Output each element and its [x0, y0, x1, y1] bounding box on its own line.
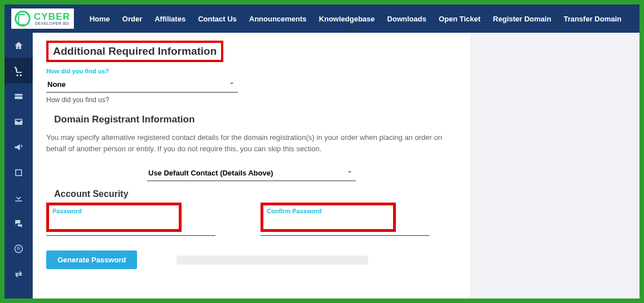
registrant-contact-select[interactable]: Use Default Contact (Details Above) — [147, 165, 356, 181]
howfind-select[interactable]: None — [46, 77, 238, 93]
sidebar-cart-icon[interactable] — [5, 58, 33, 84]
sidebar-mail-icon[interactable] — [5, 109, 33, 134]
password-label: Password — [52, 208, 175, 214]
nav-contact[interactable]: Contact Us — [198, 15, 237, 23]
security-title: Account Security — [54, 189, 457, 199]
sidebar-transfer-icon[interactable] — [5, 261, 33, 287]
sidebar-billing-icon[interactable] — [5, 84, 33, 109]
sidebar-registered-icon[interactable]: R — [5, 236, 33, 261]
sidebar-download-icon[interactable] — [5, 185, 33, 210]
logo-icon — [15, 11, 30, 27]
registrant-title: Domain Registrant Information — [54, 114, 457, 125]
generate-password-button[interactable]: Generate Password — [46, 251, 137, 269]
section-title: Additional Required Information — [46, 41, 223, 62]
nav-announcements[interactable]: Announcements — [249, 15, 307, 23]
logo-brand: CYBER — [34, 12, 70, 21]
right-sidebar — [470, 33, 639, 298]
confirm-password-box: Confirm Password — [261, 203, 396, 232]
registrant-desc: You may specify alternative registered c… — [46, 132, 457, 154]
password-box: Password — [46, 203, 182, 232]
nav-open-ticket[interactable]: Open Ticket — [439, 15, 480, 23]
nav-affiliates[interactable]: Affiliates — [155, 15, 186, 23]
nav-transfer-domain[interactable]: Transfer Domain — [563, 15, 621, 23]
password-strength-bar — [177, 256, 368, 265]
sidebar-chat-icon[interactable] — [5, 210, 33, 236]
main-content: Additional Required Information How did … — [33, 33, 470, 298]
nav-downloads[interactable]: Downloads — [387, 15, 426, 23]
sidebar-announce-icon[interactable] — [5, 134, 33, 160]
top-navigation: CYBER DEVELOPER BD Home Order Affiliates… — [5, 5, 639, 33]
sidebar-home-icon[interactable] — [5, 33, 33, 58]
nav-home[interactable]: Home — [90, 15, 110, 23]
logo-subtitle: DEVELOPER BD — [34, 21, 70, 26]
nav-links: Home Order Affiliates Contact Us Announc… — [90, 15, 621, 23]
howfind-helper: How did you find us? — [46, 96, 457, 104]
confirm-password-label: Confirm Password — [267, 208, 390, 214]
svg-text:R: R — [17, 247, 20, 252]
sidebar-book-icon[interactable] — [5, 160, 33, 185]
howfind-label: How did you find us? — [46, 68, 457, 74]
sidebar: R — [5, 33, 33, 298]
nav-knowledgebase[interactable]: Knowledgebase — [319, 15, 375, 23]
confirm-password-input[interactable] — [267, 217, 390, 225]
nav-register-domain[interactable]: Register Domain — [493, 15, 551, 23]
nav-order[interactable]: Order — [122, 15, 142, 23]
password-input[interactable] — [52, 217, 175, 225]
logo[interactable]: CYBER DEVELOPER BD — [11, 8, 74, 29]
